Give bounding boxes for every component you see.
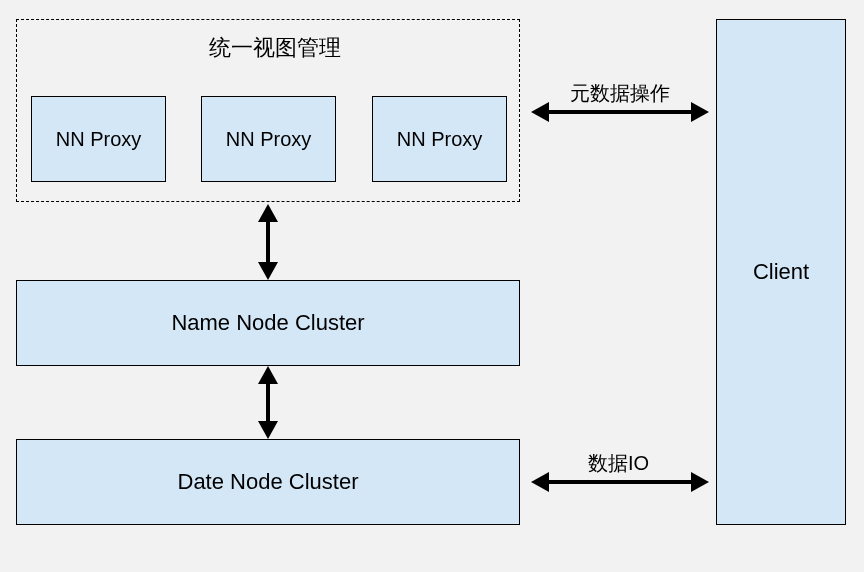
metadata-operation-label: 元数据操作 [570, 80, 670, 107]
arrow-viewmanager-namenode [266, 218, 270, 266]
data-io-label: 数据IO [588, 450, 649, 477]
name-node-cluster-box: Name Node Cluster [16, 280, 520, 366]
date-node-cluster-box: Date Node Cluster [16, 439, 520, 525]
arrow-metadata [545, 110, 695, 114]
nn-proxy-box-1: NN Proxy [31, 96, 166, 182]
view-manager-title: 统一视图管理 [195, 33, 355, 63]
arrow-namenode-datenode [266, 380, 270, 425]
arrow-dataio [545, 480, 695, 484]
nn-proxy-box-3: NN Proxy [372, 96, 507, 182]
nn-proxy-box-2: NN Proxy [201, 96, 336, 182]
client-box: Client [716, 19, 846, 525]
